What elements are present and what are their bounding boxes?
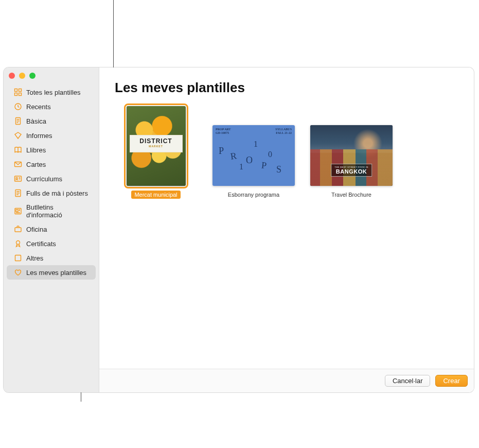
footer-bar: Cancel·lar Crear xyxy=(99,369,474,392)
sidebar-item-reports[interactable]: Informes xyxy=(7,128,96,143)
callout-leader-top xyxy=(113,0,114,67)
svg-rect-3 xyxy=(19,93,22,96)
id-icon xyxy=(14,175,22,183)
close-window-button[interactable] xyxy=(9,73,15,79)
fullscreen-window-button[interactable] xyxy=(29,73,36,79)
cancel-button[interactable]: Cancel·lar xyxy=(385,375,431,387)
page-icon xyxy=(14,117,22,125)
thumb-top-left-1: PROP ART xyxy=(216,128,231,131)
sidebar-item-basic[interactable]: Bàsica xyxy=(7,114,96,128)
svg-rect-2 xyxy=(15,93,17,96)
svg-rect-0 xyxy=(15,89,17,92)
sidebar-item-label: Oficina xyxy=(26,226,47,233)
sheet-icon xyxy=(14,189,22,197)
square-icon xyxy=(14,254,22,262)
envelope-icon xyxy=(14,160,22,168)
heart-icon xyxy=(14,268,22,277)
sidebar-item-label: Certificats xyxy=(26,240,56,248)
thumb-top-left-2: GD-10875 xyxy=(216,131,231,135)
thumb-city: BANGKOK xyxy=(334,168,368,175)
sidebar-item-other[interactable]: Altres xyxy=(7,251,96,265)
template-thumbnail: PROP ART GD-10875 SYLLABUS FALL 21-22 P … xyxy=(212,125,295,186)
template-thumbnail: DISTRICT MARKET xyxy=(127,106,186,186)
window-controls xyxy=(4,71,99,85)
main-header: Les meves plantilles xyxy=(99,67,474,101)
template-chooser-window: Totes les plantilles Recents Bàsica Info… xyxy=(4,67,474,392)
thumb-top-right-1: SYLLABUS xyxy=(275,128,292,131)
sidebar-item-certificates[interactable]: Certificats xyxy=(7,236,96,251)
minimize-window-button[interactable] xyxy=(19,73,25,79)
sidebar-item-books[interactable]: Llibres xyxy=(7,143,96,157)
sidebar-item-stationery[interactable]: Oficina xyxy=(7,222,96,236)
sidebar-item-label: Llibres xyxy=(26,146,46,154)
thumb-title: DISTRICT xyxy=(131,137,181,145)
template-grid: DISTRICT MARKET Mercat municipal PROP AR… xyxy=(99,101,474,204)
sidebar: Totes les plantilles Recents Bàsica Info… xyxy=(4,67,99,392)
sidebar-item-label: Fulls de mà i pòsters xyxy=(26,189,88,197)
sidebar-item-label: Altres xyxy=(26,254,43,262)
template-card-district[interactable]: DISTRICT MARKET Mercat municipal xyxy=(115,106,197,199)
briefcase-icon xyxy=(14,225,22,233)
thumb-top-right-2: FALL 21-22 xyxy=(275,131,292,135)
template-thumbnail: THE BEST STREET FOOD IN BANGKOK xyxy=(310,125,393,186)
sidebar-item-label: Currículums xyxy=(26,175,62,183)
sidebar-item-label: Les meves plantilles xyxy=(26,269,86,277)
create-button[interactable]: Crear xyxy=(435,375,468,387)
book-icon xyxy=(14,146,22,154)
svg-rect-11 xyxy=(15,228,21,232)
diamond-icon xyxy=(14,131,22,140)
sidebar-item-resumes[interactable]: Currículums xyxy=(7,171,96,186)
svg-rect-1 xyxy=(19,89,22,92)
svg-rect-13 xyxy=(15,255,21,261)
sidebar-item-label: Informes xyxy=(26,132,52,140)
grid-icon xyxy=(14,88,22,96)
sidebar-item-newsletters[interactable]: Butlletins d'informació xyxy=(7,200,96,222)
sidebar-item-letters[interactable]: Cartes xyxy=(7,157,96,171)
sidebar-item-my-templates[interactable]: Les meves plantilles xyxy=(7,265,96,280)
sidebar-item-label: Totes les plantilles xyxy=(26,89,81,96)
ribbon-icon xyxy=(14,239,22,248)
sidebar-item-label: Bàsica xyxy=(26,117,46,125)
sidebar-item-label: Butlletins d'informació xyxy=(26,203,91,219)
sidebar-item-label: Cartes xyxy=(26,161,46,168)
template-card-travel-brochure[interactable]: THE BEST STREET FOOD IN BANGKOK Travel B… xyxy=(310,106,393,199)
sidebar-item-label: Recents xyxy=(26,103,51,111)
newspaper-icon xyxy=(14,207,22,215)
sidebar-item-recents[interactable]: Recents xyxy=(7,99,96,114)
svg-point-12 xyxy=(16,241,20,245)
sidebar-item-all-templates[interactable]: Totes les plantilles xyxy=(7,85,96,99)
template-name: Esborrany programa xyxy=(225,191,282,199)
template-name: Travel Brochure xyxy=(328,191,375,199)
template-card-program-draft[interactable]: PROP ART GD-10875 SYLLABUS FALL 21-22 P … xyxy=(212,106,295,199)
clock-icon xyxy=(14,102,22,111)
svg-point-8 xyxy=(16,177,17,179)
page-title: Les meves plantilles xyxy=(115,80,458,96)
main-panel: Les meves plantilles DISTRICT MARKET Mer… xyxy=(99,67,474,392)
sidebar-item-flyers[interactable]: Fulls de mà i pòsters xyxy=(7,186,96,200)
template-name: Mercat municipal xyxy=(131,191,180,199)
